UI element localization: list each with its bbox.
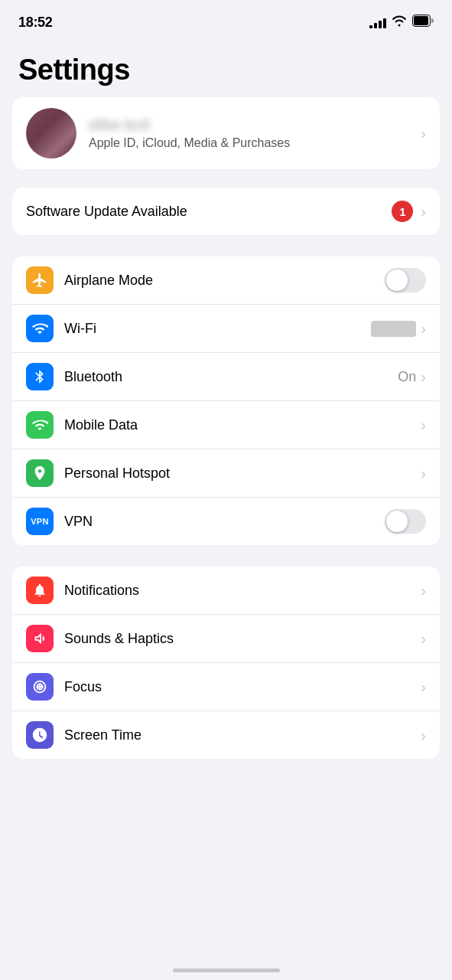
wifi-label: Wi-Fi bbox=[64, 321, 360, 337]
status-icons bbox=[369, 15, 434, 30]
screen-time-label: Screen Time bbox=[64, 727, 410, 743]
signal-bar-4 bbox=[383, 18, 386, 28]
mobile-data-row[interactable]: Mobile Data › bbox=[12, 401, 440, 449]
mobile-data-icon bbox=[26, 411, 54, 439]
focus-chevron-icon: › bbox=[421, 678, 426, 696]
vpn-toggle-knob bbox=[386, 511, 408, 532]
bluetooth-label: Bluetooth bbox=[64, 369, 387, 385]
personal-hotspot-chevron-icon: › bbox=[421, 465, 426, 482]
profile-card[interactable]: afba bull Apple ID, iCloud, Media & Purc… bbox=[12, 97, 440, 169]
personal-hotspot-icon bbox=[26, 459, 54, 487]
sounds-haptics-row[interactable]: Sounds & Haptics › bbox=[12, 615, 440, 663]
mobile-data-chevron-icon: › bbox=[421, 416, 426, 434]
sounds-haptics-right: › bbox=[421, 630, 426, 648]
signal-bar-3 bbox=[379, 21, 382, 28]
vpn-toggle[interactable] bbox=[385, 509, 426, 534]
signal-bars-icon bbox=[369, 16, 386, 28]
wifi-value-area: •••••• › bbox=[371, 320, 426, 338]
airplane-mode-row[interactable]: Airplane Mode bbox=[12, 256, 440, 305]
profile-subtitle: Apple ID, iCloud, Media & Purchases bbox=[89, 136, 408, 152]
notifications-chevron-icon: › bbox=[421, 582, 426, 599]
update-chevron-icon: › bbox=[421, 203, 426, 220]
notifications-section: Notifications › Sounds & Haptics › Focus… bbox=[12, 567, 440, 759]
wifi-chevron-icon: › bbox=[421, 320, 426, 338]
screen-time-icon bbox=[26, 721, 54, 749]
airplane-mode-icon bbox=[26, 266, 54, 294]
vpn-icon: VPN bbox=[26, 508, 54, 535]
avatar bbox=[26, 108, 76, 158]
focus-right: › bbox=[421, 678, 426, 696]
wifi-row[interactable]: Wi-Fi •••••• › bbox=[12, 305, 440, 353]
vpn-row[interactable]: VPN VPN bbox=[12, 498, 440, 545]
notifications-label: Notifications bbox=[64, 583, 410, 599]
profile-row[interactable]: afba bull Apple ID, iCloud, Media & Purc… bbox=[12, 97, 440, 169]
mobile-data-label: Mobile Data bbox=[64, 417, 410, 433]
bluetooth-chevron-icon: › bbox=[421, 368, 426, 386]
personal-hotspot-label: Personal Hotspot bbox=[64, 466, 410, 482]
software-update-card[interactable]: Software Update Available 1 › bbox=[12, 188, 440, 235]
bluetooth-icon bbox=[26, 363, 54, 390]
wifi-icon bbox=[26, 315, 54, 342]
update-badge: 1 bbox=[392, 201, 413, 222]
connectivity-section: Airplane Mode Wi-Fi •••••• › Bluetooth O… bbox=[12, 256, 440, 545]
sounds-haptics-icon bbox=[26, 625, 54, 652]
svg-rect-1 bbox=[414, 16, 428, 25]
personal-hotspot-row[interactable]: Personal Hotspot › bbox=[12, 449, 440, 498]
update-label: Software Update Available bbox=[26, 204, 187, 220]
bluetooth-row[interactable]: Bluetooth On › bbox=[12, 353, 440, 401]
screen-time-right: › bbox=[421, 727, 426, 744]
notifications-icon bbox=[26, 577, 54, 604]
sounds-haptics-label: Sounds & Haptics bbox=[64, 631, 410, 647]
vpn-label: VPN bbox=[64, 514, 374, 530]
mobile-data-right: › bbox=[421, 416, 426, 434]
screen-time-chevron-icon: › bbox=[421, 727, 426, 744]
bluetooth-status: On bbox=[398, 369, 416, 385]
signal-bar-2 bbox=[374, 23, 377, 28]
airplane-mode-label: Airplane Mode bbox=[64, 273, 374, 289]
screen-time-row[interactable]: Screen Time › bbox=[12, 711, 440, 759]
status-time: 18:52 bbox=[18, 15, 53, 31]
profile-name-blurred: afba bull bbox=[89, 116, 408, 133]
sounds-haptics-chevron-icon: › bbox=[421, 630, 426, 648]
airplane-mode-toggle-knob bbox=[386, 270, 408, 291]
update-right: 1 › bbox=[392, 201, 426, 222]
status-bar: 18:52 bbox=[0, 0, 452, 40]
battery-icon bbox=[412, 15, 434, 30]
update-row[interactable]: Software Update Available 1 › bbox=[12, 188, 440, 235]
wifi-status-icon bbox=[392, 15, 407, 30]
airplane-mode-toggle[interactable] bbox=[385, 268, 426, 292]
focus-label: Focus bbox=[64, 679, 410, 695]
profile-chevron-icon: › bbox=[421, 125, 426, 142]
page-title: Settings bbox=[0, 40, 452, 97]
notifications-right: › bbox=[421, 582, 426, 599]
notifications-row[interactable]: Notifications › bbox=[12, 567, 440, 615]
focus-icon bbox=[26, 673, 54, 701]
avatar-image bbox=[26, 108, 76, 158]
personal-hotspot-right: › bbox=[421, 465, 426, 482]
bluetooth-value-area: On › bbox=[398, 368, 426, 386]
profile-info: afba bull Apple ID, iCloud, Media & Purc… bbox=[89, 116, 408, 152]
wifi-network-blurred: •••••• bbox=[371, 321, 417, 337]
signal-bar-1 bbox=[369, 25, 372, 28]
home-indicator bbox=[173, 969, 280, 972]
focus-row[interactable]: Focus › bbox=[12, 663, 440, 711]
